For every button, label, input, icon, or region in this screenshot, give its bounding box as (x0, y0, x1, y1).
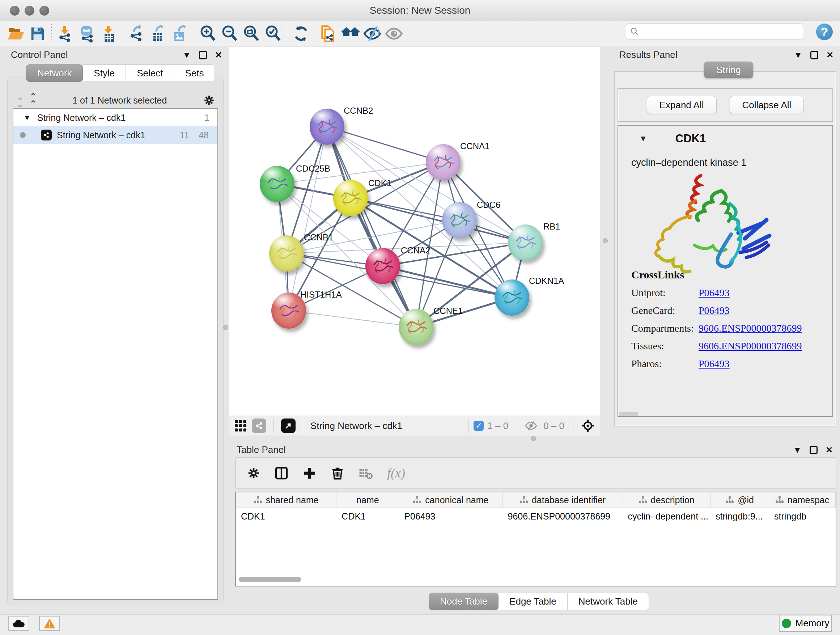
network-node-cdk1[interactable] (333, 180, 368, 216)
column-header--id[interactable]: @id (711, 492, 769, 508)
tab-string[interactable]: String (704, 62, 753, 78)
network-edge[interactable] (327, 127, 443, 162)
column-header-description[interactable]: description (623, 492, 711, 508)
section-collapse-icon[interactable]: ▼ (639, 134, 647, 143)
export-table-button[interactable] (148, 23, 169, 44)
tab-style[interactable]: Style (83, 65, 126, 82)
network-view-share-icon[interactable] (252, 418, 266, 433)
network-node-ccne1[interactable] (399, 309, 433, 345)
network-collection-row[interactable]: ▼ String Network – cdk1 1 (13, 109, 218, 126)
tab-edge-table[interactable]: Edge Table (499, 593, 568, 610)
import-network-database-button[interactable] (76, 23, 98, 44)
network-canvas[interactable]: CCNB2CCNA1CDC25BCDK1CDC6RB1CCNB1CCNA2CDK… (229, 47, 600, 418)
network-edge[interactable] (289, 310, 416, 327)
table-hscrollbar[interactable] (239, 577, 301, 582)
table-cell[interactable]: cyclin–dependent ... (623, 508, 711, 524)
network-node-cdkn1a[interactable] (494, 279, 529, 316)
table-cell[interactable]: 9606.ENSP00000378699 (503, 508, 623, 524)
column-header-canonical-name[interactable]: canonical name (399, 492, 502, 508)
tab-network[interactable]: Network (26, 65, 83, 82)
crosslink-link[interactable]: P06493 (699, 287, 729, 299)
zoom-in-button[interactable] (197, 23, 219, 44)
column-header-name[interactable]: name (336, 492, 399, 508)
panel-close-icon[interactable]: ✕ (215, 50, 222, 60)
search-field[interactable] (626, 24, 803, 40)
gene-section-scrollbar[interactable] (619, 412, 638, 416)
memory-button[interactable]: Memory (779, 615, 832, 632)
panel-close-icon[interactable]: ✕ (826, 445, 833, 455)
import-table-button[interactable] (98, 23, 120, 44)
panel-menu-icon[interactable]: ▼ (182, 50, 191, 60)
left-splitter-handle[interactable] (223, 325, 228, 330)
network-node-cdc25b[interactable] (260, 166, 294, 202)
right-splitter-handle[interactable] (603, 238, 608, 243)
table-cell[interactable]: stringdb:9... (711, 508, 769, 524)
export-network-button[interactable] (126, 23, 148, 44)
network-node-cdc6[interactable] (442, 202, 477, 238)
selected-nodes-checkbox[interactable]: ✓ (474, 421, 484, 431)
cloud-status-button[interactable] (8, 616, 29, 631)
network-node-ccnb1[interactable] (269, 235, 304, 272)
show-column-icon[interactable] (274, 466, 289, 480)
tab-select[interactable]: Select (126, 65, 174, 82)
crosslink-link[interactable]: P06493 (699, 305, 729, 317)
network-from-selection-button[interactable] (318, 23, 340, 44)
network-row[interactable]: String Network – cdk1 11 48 (13, 126, 218, 144)
column-header-database-identifier[interactable]: database identifier (503, 492, 623, 508)
crosslink-link[interactable]: 9606.ENSP00000378699 (699, 340, 802, 352)
save-session-button[interactable] (27, 23, 49, 44)
detach-view-icon[interactable] (281, 418, 295, 433)
tab-network-table[interactable]: Network Table (568, 593, 649, 610)
open-session-button[interactable] (5, 23, 27, 44)
network-edge[interactable] (383, 266, 512, 298)
crosslink-link[interactable]: 9606.ENSP00000378699 (699, 323, 802, 334)
expand-all-networks-icon[interactable]: ⌃⌃ (29, 93, 36, 108)
tab-sets[interactable]: Sets (174, 65, 215, 82)
add-column-icon[interactable] (302, 466, 317, 480)
warnings-button[interactable] (39, 616, 60, 631)
table-cell[interactable]: P06493 (399, 508, 502, 524)
zoom-fit-button[interactable] (240, 23, 262, 44)
delete-table-icon[interactable] (358, 466, 373, 480)
help-button[interactable]: ? (816, 24, 833, 40)
column-header-shared-name[interactable]: shared name (236, 492, 336, 508)
birds-eye-view-icon[interactable] (581, 418, 595, 433)
table-row[interactable]: CDK1CDK1P064939606.ENSP00000378699cyclin… (236, 508, 836, 524)
table-cell[interactable]: stringdb (769, 508, 836, 524)
collapse-all-networks-icon[interactable]: ⌄⌄ (16, 93, 24, 108)
function-builder-icon[interactable]: f(x) (387, 466, 405, 481)
network-node-rb1[interactable] (508, 225, 543, 261)
tab-node-table[interactable]: Node Table (429, 593, 499, 610)
crosslink-link[interactable]: P06493 (699, 358, 729, 370)
panel-menu-icon[interactable]: ▼ (794, 50, 802, 60)
search-input[interactable] (639, 27, 791, 36)
show-all-button[interactable] (383, 23, 405, 44)
delete-column-icon[interactable] (331, 466, 344, 480)
table-cell[interactable]: CDK1 (336, 508, 399, 524)
zoom-out-button[interactable] (219, 23, 240, 44)
network-node-ccna1[interactable] (426, 144, 461, 180)
gene-section-header[interactable]: ▼ CDK1 (618, 126, 832, 152)
panel-menu-icon[interactable]: ▼ (793, 445, 802, 455)
tree-expander-icon[interactable]: ▼ (24, 114, 31, 122)
panel-float-icon[interactable] (810, 446, 818, 454)
panel-float-icon[interactable] (810, 51, 818, 59)
expand-all-button[interactable]: Expand All (647, 96, 717, 114)
export-image-button[interactable] (169, 23, 191, 44)
column-header-namespac[interactable]: namespac (769, 492, 836, 508)
hide-selected-button[interactable] (362, 23, 383, 44)
zoom-selected-button[interactable] (262, 23, 284, 44)
table-options-gear-icon[interactable] (247, 466, 261, 480)
panel-close-icon[interactable]: ✕ (826, 50, 834, 60)
import-network-file-button[interactable] (55, 23, 76, 44)
network-options-gear-icon[interactable] (203, 94, 215, 106)
network-node-ccnb2[interactable] (309, 109, 344, 145)
string-home-button[interactable] (340, 23, 362, 44)
show-grid-icon[interactable] (234, 419, 248, 432)
collapse-all-button[interactable]: Collapse All (729, 96, 804, 114)
network-node-ccna2[interactable] (365, 248, 400, 284)
panel-float-icon[interactable] (199, 51, 207, 59)
table-cell[interactable]: CDK1 (236, 508, 336, 524)
refresh-button[interactable] (290, 23, 312, 44)
bottom-splitter-handle[interactable] (531, 436, 536, 441)
